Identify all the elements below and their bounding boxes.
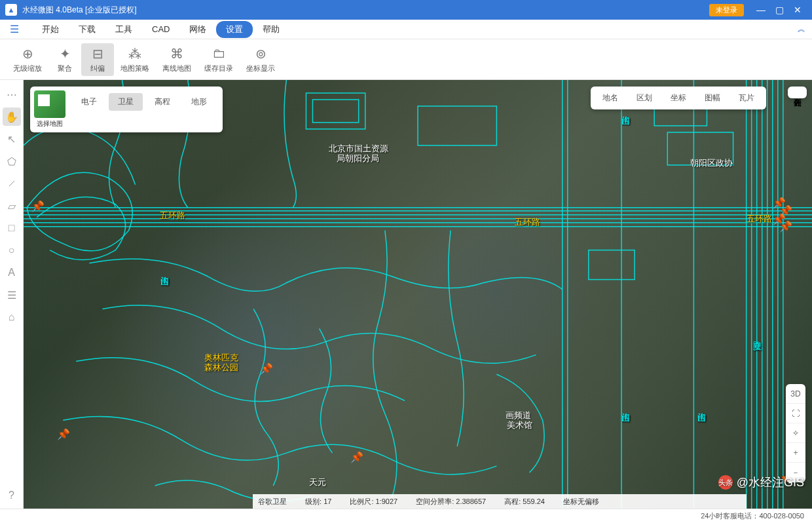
coord-icon: ⊚ xyxy=(255,46,267,62)
tool-rectify[interactable]: ⊟纠偏 xyxy=(81,43,114,76)
lt-pan-icon[interactable]: ✋ xyxy=(3,107,21,126)
map-compass-button[interactable]: ✧ xyxy=(786,423,805,443)
footer: 24小时客服电话：400-028-0050 xyxy=(0,509,812,523)
cluster-icon: ✦ xyxy=(60,46,71,62)
titlebar: ▲ 水经微图 4.0Beta [企业版已授权] 未登录 — ▢ ✕ xyxy=(0,0,812,20)
tool-map-strategy[interactable]: ⁂地图策略 xyxy=(114,43,156,76)
app-title: 水经微图 4.0Beta [企业版已授权] xyxy=(22,5,709,16)
map-layer-selector: 选择地图 电子 卫星 高程 地形 xyxy=(30,87,223,132)
overlay-tab-tile[interactable]: 瓦片 xyxy=(729,89,764,107)
map-pin[interactable] xyxy=(779,220,790,233)
overlay-tab-sheet[interactable]: 图幅 xyxy=(695,89,729,107)
tool-cluster[interactable]: ✦聚合 xyxy=(48,43,81,76)
layer-tab-vector[interactable]: 电子 xyxy=(72,93,106,111)
lt-select-icon[interactable]: ↖ xyxy=(3,130,21,148)
lt-list-icon[interactable]: ☰ xyxy=(3,286,21,304)
app-icon: ▲ xyxy=(5,4,17,16)
google-map-icon xyxy=(34,90,65,118)
lt-text-icon[interactable]: A xyxy=(3,263,21,282)
status-resolution: 空间分辨率: 2.388657 xyxy=(416,497,486,507)
minimize-button[interactable]: — xyxy=(752,5,770,15)
menu-start[interactable]: 开始 xyxy=(32,21,69,38)
strategy-icon: ⁂ xyxy=(128,46,141,62)
layer-tab-satellite[interactable]: 卫星 xyxy=(109,93,143,111)
tool-zoomless[interactable]: ⊕无级缩放 xyxy=(7,43,48,76)
basemap-thumb[interactable]: 选择地图 xyxy=(34,90,65,128)
hamburger-icon[interactable]: ☰ xyxy=(7,22,22,37)
collapse-ribbon-icon[interactable]: ︽ xyxy=(798,24,805,35)
left-toolbar: ⋯ ✋ ↖ ⬠ ⟋ ▱ □ ○ A ☰ ⌂ ? xyxy=(0,80,24,509)
menu-settings[interactable]: 设置 xyxy=(216,21,253,38)
svg-rect-18 xyxy=(306,93,365,129)
main-area: ⋯ ✋ ↖ ⬠ ⟋ ▱ □ ○ A ☰ ⌂ ? xyxy=(0,80,812,509)
folder-icon: 🗀 xyxy=(212,46,225,62)
road-overlay xyxy=(24,80,812,509)
toolbar: ⊕无级缩放 ✦聚合 ⊟纠偏 ⁂地图策略 ⌘离线地图 🗀缓存目录 ⊚坐标显示 xyxy=(0,39,812,80)
lt-help-icon[interactable]: ? xyxy=(3,486,21,505)
overlay-tab-region[interactable]: 区划 xyxy=(627,89,661,107)
menu-download[interactable]: 下载 xyxy=(69,21,105,38)
map-pin[interactable] xyxy=(260,362,270,376)
svg-rect-22 xyxy=(667,132,733,165)
tool-coord-display[interactable]: ⊚坐标显示 xyxy=(240,43,282,76)
map-overlay-tabs: 地名 区划 坐标 图幅 瓦片 xyxy=(591,87,766,109)
map-pin[interactable] xyxy=(31,200,42,213)
rectify-icon: ⊟ xyxy=(92,46,103,62)
status-level: 级别: 17 xyxy=(305,497,331,507)
menubar: ☰ 开始 下载 工具 CAD 网络 设置 帮助 ︽ xyxy=(0,20,812,39)
zoom-icon: ⊕ xyxy=(22,46,33,62)
footer-hotline: 24小时客服电话：400-028-0050 xyxy=(701,511,804,521)
map-pin[interactable] xyxy=(57,428,67,441)
map-3d-button[interactable]: 3D xyxy=(786,384,805,404)
watermark-text: @水经注GIS xyxy=(737,475,804,490)
layer-tab-elev[interactable]: 高程 xyxy=(145,93,179,111)
overlay-tab-place[interactable]: 地名 xyxy=(593,89,627,107)
lt-rect-icon[interactable]: □ xyxy=(3,219,21,237)
menu-help[interactable]: 帮助 xyxy=(253,21,289,38)
map-viewport[interactable]: 北京市国土资源 局朝阳分局 朝阳区政协 五环路 五环路 五环路 奥林匹克 森林公… xyxy=(24,80,812,509)
map-controls: 3D ⛶ ✧ ＋ － xyxy=(786,384,805,482)
status-elevation: 高程: 559.24 xyxy=(504,497,545,507)
map-pin[interactable] xyxy=(350,451,361,464)
layer-tab-terrain[interactable]: 地形 xyxy=(182,93,216,111)
overlay-tab-coord[interactable]: 坐标 xyxy=(661,89,695,107)
task-list-button[interactable]: 任务列表 xyxy=(788,87,807,98)
tool-offline-map[interactable]: ⌘离线地图 xyxy=(156,43,198,76)
lt-circle-icon[interactable]: ○ xyxy=(3,241,21,260)
tool-cache-dir[interactable]: 🗀缓存目录 xyxy=(198,43,240,76)
svg-rect-20 xyxy=(418,106,496,145)
maximize-button[interactable]: ▢ xyxy=(770,5,788,15)
menu-tools[interactable]: 工具 xyxy=(105,21,142,38)
lt-home-icon[interactable]: ⌂ xyxy=(3,308,21,326)
menu-cad[interactable]: CAD xyxy=(142,22,179,37)
status-scale: 比例尺: 1:9027 xyxy=(350,497,397,507)
status-offset: 坐标无偏移 xyxy=(563,497,599,507)
status-source: 谷歌卫星 xyxy=(258,497,287,507)
menu-network[interactable]: 网络 xyxy=(179,21,216,38)
watermark-icon: 头条 xyxy=(718,475,733,490)
close-button[interactable]: ✕ xyxy=(788,5,807,15)
lt-more-icon[interactable]: ⋯ xyxy=(3,85,21,104)
lt-shape-icon[interactable]: ▱ xyxy=(3,197,21,215)
svg-rect-19 xyxy=(312,100,358,123)
svg-rect-23 xyxy=(589,250,635,280)
lt-line-icon[interactable]: ⟋ xyxy=(3,174,21,193)
map-fullscreen-button[interactable]: ⛶ xyxy=(786,404,805,423)
map-zoom-in-button[interactable]: ＋ xyxy=(786,443,805,463)
login-badge[interactable]: 未登录 xyxy=(709,4,744,16)
map-status-bar: 谷歌卫星 级别: 17 比例尺: 1:9027 空间分辨率: 2.388657 … xyxy=(253,494,747,509)
offline-icon: ⌘ xyxy=(170,46,183,62)
lt-polygon-icon[interactable]: ⬠ xyxy=(3,152,21,170)
watermark: 头条 @水经注GIS xyxy=(718,475,804,490)
